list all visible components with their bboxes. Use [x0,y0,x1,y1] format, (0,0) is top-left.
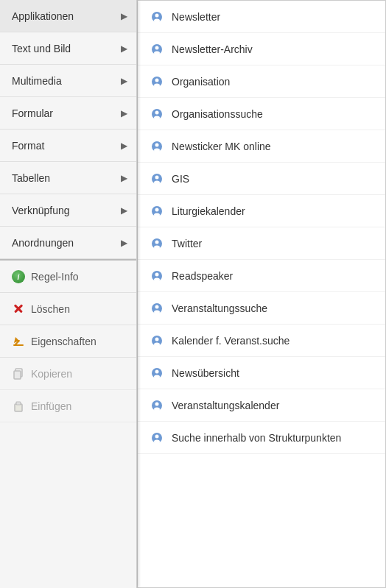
svg-point-20 [155,143,159,146]
svg-point-47 [155,434,159,438]
plugin-icon [150,139,164,154]
menu-item-anordnungen-label: Anordnungen [12,237,74,249]
submenu-item-gis-label: GIS [172,173,189,185]
arrow-icon: ▶ [121,108,127,118]
submenu-item-liturgiekalender[interactable]: Liturgiekalender [138,195,385,227]
arrow-icon: ▶ [121,205,127,216]
arrow-icon: ▶ [121,173,127,183]
submenu-item-newsticker[interactable]: Newsticker MK online [138,130,385,163]
plugin-icon [150,398,164,413]
svg-point-18 [154,116,160,119]
submenu-item-veranstaltungskalender[interactable]: Veranstaltungskalender [138,389,385,422]
submenu-item-newsuebersicht[interactable]: Newsübersicht [138,357,385,389]
plugin-icon [150,236,164,251]
menu-item-formular[interactable]: Formular ▶ [0,97,136,130]
arrow-icon: ▶ [121,76,127,86]
special-item-loeschen[interactable]: Löschen [0,293,136,325]
submenu-item-newsletter[interactable]: Newsletter [138,1,385,33]
submenu-item-organisation-label: Organisation [172,76,230,88]
arrow-icon: ▶ [121,43,127,54]
arrow-icon: ▶ [121,238,127,248]
svg-point-15 [154,83,160,87]
submenu-item-readspeaker[interactable]: Readspeaker [138,260,385,292]
menu-item-text-und-bild-label: Text und Bild [12,43,71,54]
submenu-item-newsticker-label: Newsticker MK online [172,141,271,152]
menu-item-format[interactable]: Format ▶ [0,130,136,162]
plugin-icon [150,10,164,24]
plugin-icon [150,333,164,348]
kopieren-icon [12,367,25,380]
svg-point-45 [154,407,160,411]
einfuegen-icon [12,400,25,413]
menu-item-multimedia[interactable]: Multimedia ▶ [0,65,136,97]
menu-item-applikationen-label: Applikationen [12,10,74,22]
submenu-item-liturgiekalender-label: Liturgiekalender [172,205,245,217]
svg-point-21 [154,148,160,152]
submenu-item-readspeaker-label: Readspeaker [172,270,233,282]
special-item-loeschen-label: Löschen [31,303,70,315]
svg-point-26 [155,208,159,211]
submenu-item-kalender-veranst-label: Kalender f. Veranst.suche [172,335,290,347]
svg-point-41 [155,369,159,373]
primary-menu: Applikationen ▶ Text und Bild ▶ Multimed… [0,0,137,588]
svg-point-39 [154,342,160,346]
menu-item-formular-label: Formular [12,107,53,119]
special-item-einfuegen[interactable]: Einfügen [0,390,136,422]
svg-point-48 [154,439,160,443]
regel-info-icon [12,270,25,283]
arrow-icon: ▶ [121,141,127,151]
svg-point-32 [155,272,159,276]
svg-point-33 [154,277,160,281]
svg-point-17 [155,110,159,114]
svg-point-24 [154,180,160,184]
special-item-eigenschaften-label: Eigenschaften [31,336,96,347]
special-item-eigenschaften[interactable]: Eigenschaften [0,325,136,358]
submenu-item-suche-strukturpunkte-label: Suche innerhalb von Strukturpunkten [172,432,341,444]
submenu: Newsletter Newsletter-Archiv Organis [137,0,386,588]
svg-point-8 [155,13,159,17]
svg-point-23 [155,175,159,179]
special-item-kopieren-label: Kopieren [31,368,72,380]
svg-point-30 [154,245,160,249]
plugin-icon [150,431,164,445]
svg-point-38 [155,337,159,341]
plugin-icon [150,301,164,316]
special-item-kopieren[interactable]: Kopieren [0,358,136,390]
special-item-einfuegen-label: Einfügen [31,400,71,412]
menu-container: Applikationen ▶ Text und Bild ▶ Multimed… [0,0,386,588]
submenu-item-newsletter-label: Newsletter [172,11,220,23]
plugin-icon [150,171,164,186]
special-item-regel-info-label: Regel-Info [31,271,79,283]
svg-point-42 [154,375,160,378]
svg-point-29 [155,240,159,244]
svg-rect-6 [16,402,21,405]
svg-point-36 [154,310,160,314]
submenu-item-suche-strukturpunkte[interactable]: Suche innerhalb von Strukturpunkten [138,422,385,454]
special-item-regel-info[interactable]: Regel-Info [0,261,136,293]
submenu-item-twitter[interactable]: Twitter [138,227,385,260]
plugin-icon [150,74,164,89]
menu-item-text-und-bild[interactable]: Text und Bild ▶ [0,32,136,65]
loeschen-icon [12,302,25,316]
submenu-item-kalender-veranst[interactable]: Kalender f. Veranst.suche [138,325,385,357]
submenu-item-twitter-label: Twitter [172,238,202,249]
menu-item-verknuepfung[interactable]: Verknüpfung ▶ [0,194,136,227]
menu-item-anordnungen[interactable]: Anordnungen ▶ [0,227,136,259]
submenu-item-organisationssuche[interactable]: Organisationssuche [138,98,385,130]
menu-item-applikationen[interactable]: Applikationen ▶ [0,0,136,32]
svg-point-11 [155,46,159,49]
submenu-item-veranstaltungssuche[interactable]: Veranstaltungssuche [138,292,385,325]
svg-point-27 [154,213,160,216]
svg-point-35 [155,305,159,308]
plugin-icon [150,107,164,121]
menu-item-tabellen[interactable]: Tabellen ▶ [0,162,136,194]
arrow-icon: ▶ [121,11,127,21]
submenu-item-newsletter-archiv[interactable]: Newsletter-Archiv [138,33,385,65]
svg-point-14 [155,78,159,82]
svg-point-12 [154,51,160,54]
svg-point-9 [154,18,160,22]
submenu-item-gis[interactable]: GIS [138,163,385,195]
svg-point-44 [155,402,159,405]
plugin-icon [150,366,164,380]
submenu-item-organisation[interactable]: Organisation [138,65,385,98]
